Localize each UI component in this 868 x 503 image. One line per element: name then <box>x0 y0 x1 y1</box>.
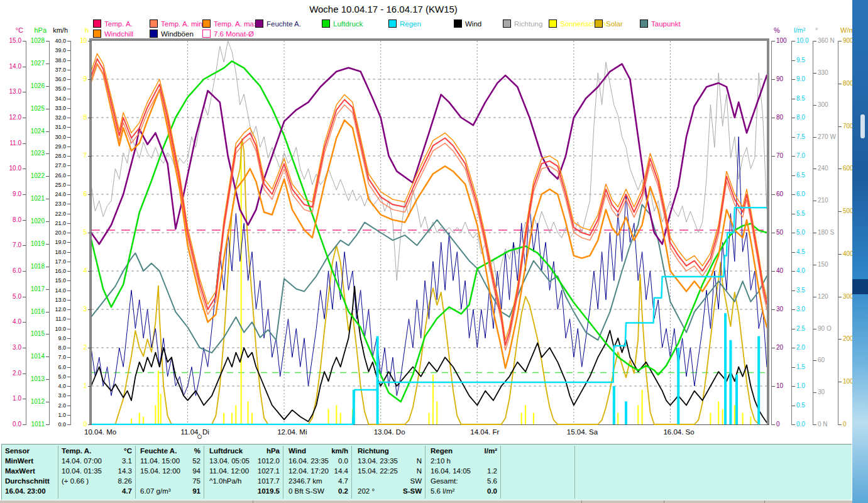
legend-swatch-icon <box>549 19 557 28</box>
legend-swatch-icon <box>150 30 158 38</box>
axis-title-°C: °C <box>4 26 23 34</box>
stats-cell-text: 2:10 h <box>431 456 451 466</box>
tick-label: 2 <box>62 345 87 351</box>
tick-label: 17.0 <box>41 258 66 265</box>
tick-label: 10 <box>776 383 783 389</box>
tick-label: 0.0 <box>796 421 805 428</box>
axis-title-hPa: hPa <box>28 26 47 34</box>
bar-sonnenschein <box>248 401 249 424</box>
tick-label: 8 <box>62 114 87 121</box>
stats-col-header: Temp. A. <box>62 446 91 456</box>
stats-cell-value: 1027.1 <box>236 467 280 476</box>
tick-label: 50 <box>776 229 783 236</box>
tick-label: 60 <box>776 191 783 197</box>
tick-label: 29.0 <box>41 143 66 150</box>
tick-label: 2.0 <box>0 370 21 377</box>
legend-item-7-6-monat-[interactable]: 7.6 Monat-Ø <box>202 30 254 38</box>
legend-item-richtung[interactable]: Richtung <box>503 19 542 28</box>
x-axis-day-label: 12.04. Mi <box>277 428 307 436</box>
stats-cell-value: 0.2 <box>304 487 348 496</box>
tick-label: 10.0 <box>796 38 808 44</box>
legend-item-feuchte-a-[interactable]: Feuchte A. <box>255 19 301 28</box>
tick-label: 4 <box>62 268 87 274</box>
stats-cell-value: 4.7 <box>88 487 132 496</box>
tick-label: 10.0 <box>0 165 21 172</box>
axis-line-W/m² <box>838 41 838 425</box>
legend-swatch-icon <box>388 19 397 28</box>
stats-cell-value: 14.3 <box>88 467 132 476</box>
tick-label: 1.0 <box>796 383 805 389</box>
legend-label: Feuchte A. <box>266 20 301 28</box>
legend-item-solar[interactable]: Solar <box>595 19 623 28</box>
bar-sonnenschein <box>734 406 735 425</box>
tick-label: 22.0 <box>41 211 66 217</box>
tick-label: 4.5 <box>796 249 805 255</box>
legend-item-windb-en[interactable]: Windböen <box>150 30 194 38</box>
legend-item-windchill[interactable]: Windchill <box>93 30 133 38</box>
tick-label: 3 <box>62 306 87 312</box>
stats-row-label: MinWert <box>5 456 33 466</box>
legend-item-luftdruck[interactable]: Luftdruck <box>322 19 363 28</box>
bar-sonnenschein <box>533 413 534 424</box>
legend-swatch-icon <box>202 19 211 28</box>
desktop-scrollbar-fragment[interactable] <box>860 114 865 138</box>
tick-label: 90 <box>776 76 783 82</box>
desktop-dark-band <box>852 279 868 294</box>
stats-cell-value: N <box>378 467 422 476</box>
stats-row-label: 16.04. 23:00 <box>5 487 46 496</box>
page-title: Woche 10.04.17 - 16.04.17 (KW15) <box>0 4 767 14</box>
tick-label: 11.0 <box>0 140 21 146</box>
tick-label: 6.5 <box>796 172 805 179</box>
tick-label: 0 N <box>818 421 828 428</box>
legend-item-wind[interactable]: Wind <box>454 19 481 28</box>
tick-label: 10 <box>62 38 87 44</box>
tick-label: 30 <box>818 389 825 395</box>
axis-title-%: % <box>774 26 780 34</box>
desktop-background-strip <box>852 0 868 503</box>
tick-label: 80 <box>776 114 783 121</box>
tick-label: 3.5 <box>796 287 805 294</box>
tick-label: 6.0 <box>0 268 21 274</box>
stats-col-header: Wind <box>288 446 306 456</box>
stats-col-header: Regen <box>431 446 453 456</box>
legend-swatch-icon <box>640 19 648 28</box>
tick-label: 3.0 <box>41 392 66 399</box>
tick-label: 23.0 <box>41 201 66 207</box>
bar-sonnenschein <box>710 413 711 424</box>
bar-sonnenschein <box>235 406 236 425</box>
tick-label: 8.0 <box>796 114 805 121</box>
tick-label: 3.0 <box>0 345 21 351</box>
stats-cell-value: 1019.5 <box>236 487 280 496</box>
legend-item-temp-a-[interactable]: Temp. A. <box>93 19 133 28</box>
tick-label: 15.0 <box>41 277 66 284</box>
stats-col-header: Richtung <box>358 446 389 456</box>
tick-label: 9.0 <box>41 335 66 341</box>
axis-line-°C <box>26 41 26 425</box>
legend-item-taupunkt[interactable]: Taupunkt <box>640 19 681 28</box>
tick-label: 25.0 <box>41 182 66 188</box>
stats-cell-value: N <box>378 456 422 466</box>
bar-sonnenschein <box>742 413 744 424</box>
legend-item-regen[interactable]: Regen <box>388 19 421 28</box>
tick-label: 38.0 <box>41 57 66 64</box>
stats-cell-value: 1.2 <box>453 467 497 476</box>
bar-sonnenschein <box>722 409 723 424</box>
chart-plot-area <box>91 41 767 425</box>
tick-label: 27.0 <box>41 162 66 169</box>
stats-row-label: Sensor <box>5 446 30 456</box>
legend-swatch-icon <box>93 19 101 28</box>
tick-label: 300 <box>818 102 828 108</box>
tick-label: 33.0 <box>41 105 66 111</box>
axis-title-h: h <box>70 26 89 34</box>
x-axis-day-label: 15.04. Sa <box>567 428 598 436</box>
tick-label: 1 <box>62 383 87 389</box>
tick-label: 7.0 <box>796 153 805 159</box>
bar-regen-rate- <box>613 386 615 424</box>
stats-col-unit: °C <box>94 446 132 456</box>
tick-label: 40 <box>776 268 783 274</box>
stats-cell-value: 8.26 <box>88 477 132 486</box>
stats-cell-value: 91 <box>157 487 201 496</box>
legend-item-temp-a-max[interactable]: Temp. A. max <box>202 19 258 28</box>
legend-item-temp-a-min[interactable]: Temp. A. min <box>150 19 202 28</box>
tick-label: 21.0 <box>41 220 66 226</box>
